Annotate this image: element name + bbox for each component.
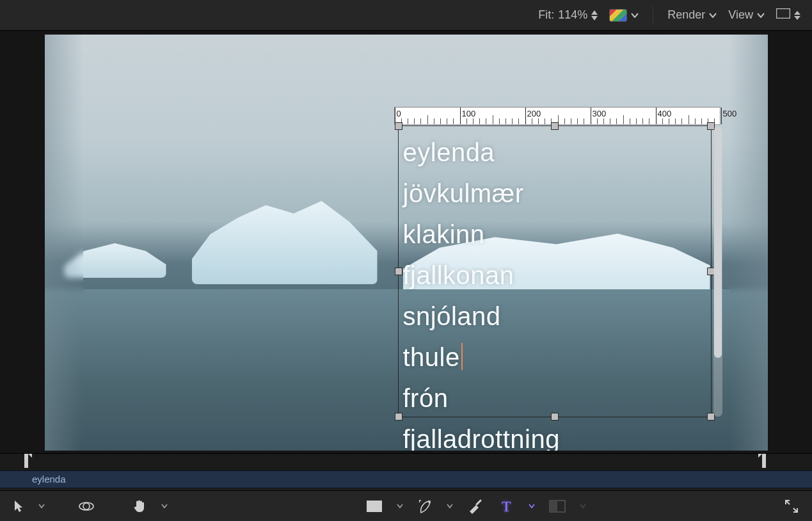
ruler-label: 200 xyxy=(527,109,541,118)
view-label: View xyxy=(728,8,753,22)
ruler-major-tick xyxy=(460,108,461,124)
text-line[interactable]: snjóland xyxy=(403,296,560,337)
resize-handle[interactable] xyxy=(551,122,559,130)
play-range-out-icon[interactable] xyxy=(758,454,767,468)
ruler-major-tick xyxy=(591,108,591,124)
ruler-minor-tick xyxy=(610,118,610,124)
scene-blur-left xyxy=(45,35,83,451)
resize-handle[interactable] xyxy=(395,268,402,275)
text-tool[interactable]: T xyxy=(497,496,518,517)
ruler-minor-tick xyxy=(584,118,584,124)
text-content[interactable]: eylendajövkulmærklakinnfjallkonansnjólan… xyxy=(403,132,560,451)
ruler-major-tick xyxy=(656,108,657,124)
ruler-label: 300 xyxy=(593,109,607,118)
tool-submenu-chevron[interactable] xyxy=(529,504,535,509)
select-tool[interactable] xyxy=(9,497,28,516)
pan-tool[interactable] xyxy=(128,496,151,517)
ruler-minor-tick xyxy=(681,118,682,124)
pen-tool[interactable] xyxy=(413,496,436,517)
toolbar-separator xyxy=(653,6,653,24)
ruler-minor-tick xyxy=(669,118,669,124)
svg-text:T: T xyxy=(502,499,511,514)
ruler-minor-tick xyxy=(408,118,408,124)
viewport[interactable]: 0100200300400500 eylendajövkulmærklakinn… xyxy=(45,35,768,451)
view-menu[interactable]: View xyxy=(728,8,765,22)
ruler-minor-tick xyxy=(597,118,598,124)
scrollbar-thumb[interactable] xyxy=(714,127,722,358)
ruler-minor-tick xyxy=(440,118,441,124)
fit-control[interactable]: Fit: 114% xyxy=(538,8,598,22)
ruler-minor-tick xyxy=(466,118,467,124)
resize-handle[interactable] xyxy=(395,122,402,130)
tool-submenu-chevron[interactable] xyxy=(161,504,168,509)
svg-point-4 xyxy=(428,501,431,503)
color-well-icon xyxy=(609,9,627,22)
ruler-label: 500 xyxy=(723,109,737,118)
ruler-minor-tick xyxy=(473,118,474,124)
ruler-minor-tick xyxy=(603,118,604,124)
ruler-minor-tick xyxy=(662,118,663,124)
layout-stepper-icon[interactable] xyxy=(794,11,800,20)
text-line[interactable]: fjalladrottning xyxy=(403,419,560,451)
text-line[interactable]: fjallkonan xyxy=(403,255,560,296)
scene-iceberg xyxy=(192,201,378,284)
brush-tool[interactable] xyxy=(463,496,486,517)
ruler-minor-tick xyxy=(695,118,696,124)
orbit-tool[interactable] xyxy=(74,495,99,517)
viewer-toolbar: Fit: 114% Render View xyxy=(0,0,812,31)
text-scrollbar[interactable] xyxy=(713,126,722,417)
ruler-minor-tick xyxy=(571,118,571,124)
mask-tool[interactable] xyxy=(545,497,569,515)
svg-rect-7 xyxy=(550,501,557,512)
render-label: Render xyxy=(667,8,705,22)
ruler-minor-tick xyxy=(518,118,519,124)
ruler-minor-tick xyxy=(577,118,578,124)
fullscreen-toggle[interactable] xyxy=(780,496,803,517)
fit-stepper-icon[interactable] xyxy=(591,10,598,20)
play-range-in-icon[interactable] xyxy=(23,454,32,468)
tool-submenu-chevron xyxy=(580,504,586,509)
layout-icon xyxy=(776,8,790,22)
text-line[interactable]: klakinn xyxy=(403,214,560,255)
rectangle-tool[interactable] xyxy=(362,497,386,515)
ruler-minor-tick xyxy=(623,115,624,124)
resize-handle[interactable] xyxy=(395,413,402,421)
render-menu[interactable]: Render xyxy=(667,8,717,22)
ruler-minor-tick xyxy=(642,118,643,124)
tool-submenu-chevron[interactable] xyxy=(447,504,453,509)
ruler-minor-tick xyxy=(512,118,513,124)
text-line[interactable]: eylenda xyxy=(403,132,560,173)
ruler-label: 400 xyxy=(658,109,672,118)
ruler-major-tick xyxy=(525,108,526,124)
timeline-ruler[interactable] xyxy=(0,454,812,470)
ruler-minor-tick xyxy=(630,118,630,124)
ruler-minor-tick xyxy=(564,118,565,124)
svg-rect-3 xyxy=(367,501,382,512)
ruler-minor-tick xyxy=(414,118,415,124)
color-channel-control[interactable] xyxy=(609,9,639,22)
ruler-minor-tick xyxy=(532,118,532,124)
tool-toolbar: T xyxy=(0,490,812,521)
ruler-minor-tick xyxy=(486,118,486,124)
chevron-down-icon xyxy=(631,13,639,18)
mini-timeline: eylenda xyxy=(0,453,812,490)
text-line[interactable]: frón xyxy=(403,378,560,419)
text-cursor xyxy=(461,343,463,370)
timeline-clip[interactable]: eylenda xyxy=(0,470,812,488)
ruler-minor-tick xyxy=(434,118,434,124)
ruler-minor-tick xyxy=(453,118,454,124)
ruler-major-tick xyxy=(721,108,722,124)
clip-label: eylenda xyxy=(32,474,66,485)
ruler-minor-tick xyxy=(616,118,617,124)
ruler-minor-tick xyxy=(506,118,506,124)
tool-submenu-chevron[interactable] xyxy=(397,504,403,509)
chevron-down-icon xyxy=(757,13,765,18)
text-line[interactable]: jövkulmær xyxy=(403,173,560,214)
text-line[interactable]: thule xyxy=(403,337,560,378)
ruler-minor-tick xyxy=(701,118,702,124)
svg-point-1 xyxy=(83,503,90,509)
layout-menu[interactable] xyxy=(776,8,800,22)
ruler-minor-tick xyxy=(427,115,428,124)
tool-submenu-chevron[interactable] xyxy=(38,504,45,509)
ruler-minor-tick xyxy=(636,118,637,124)
